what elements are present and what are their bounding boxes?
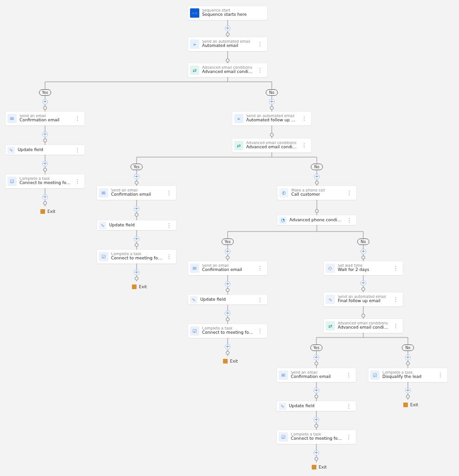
confirmation-email-node[interactable]: ✉ Send an email Confirmation email ⋮ [6,112,85,126]
update-field-node[interactable]: ∿ Update field ⋮ [97,220,176,230]
advanced-phone-condition-node[interactable]: ◔ Advanced phone condition ⋮ [277,215,356,225]
exit-icon [132,284,137,289]
update-field-node[interactable]: ∿ Update field ⋮ [277,401,356,411]
branch-yes-pill: Yes [310,344,322,351]
add-step-button[interactable]: + [314,388,319,393]
node-menu[interactable]: ⋮ [346,218,354,223]
wait-node[interactable]: ⏲ Set wait time Wait for 2 days ⋮ [324,261,403,275]
node-title: Connect to meeting for product demo r... [202,331,254,335]
advanced-email-conditions-node[interactable]: ⇄ Advanced email conditions Advanced ema… [324,319,403,333]
complete-task-node[interactable]: ☑ Complete a task Connect to meeting for… [97,250,176,264]
node-title: Advanced phone condition [289,218,343,223]
add-step-button[interactable]: + [361,249,366,254]
add-step-button[interactable]: + [134,206,139,212]
node-menu[interactable]: ⋮ [74,116,82,121]
branch-no-pill: No [357,238,369,245]
add-step-button[interactable]: + [42,194,48,200]
add-step-button[interactable]: + [134,270,139,275]
add-step-button[interactable]: + [405,388,411,393]
add-step-button[interactable]: + [42,132,48,137]
add-step-button[interactable]: + [405,355,411,360]
node-menu[interactable]: ⋮ [256,67,264,73]
node-menu[interactable]: ⋮ [301,143,308,148]
advanced-email-conditions-node[interactable]: ⇄ Advanced email conditions Advanced ema… [188,63,267,77]
phone-condition-icon: ◔ [279,217,287,224]
node-menu[interactable]: ⋮ [392,265,400,271]
sequence-start-node[interactable]: ◦◦ Sequence start Sequence starts here [188,6,267,20]
node-menu[interactable]: ⋮ [165,190,173,196]
node-subtitle: Complete a task [111,252,163,257]
node-subtitle: Advanced email conditions [202,66,254,70]
add-step-button[interactable]: + [314,174,320,179]
add-step-button[interactable]: + [42,99,48,105]
node-subtitle: Send an automated email [338,295,389,299]
add-step-button[interactable]: + [314,355,319,360]
connector-dot [43,201,47,205]
update-field-node[interactable]: ∿ Update field ⋮ [188,295,267,304]
confirmation-email-node[interactable]: ✉ Send an email Confirmation email ⋮ [277,368,356,382]
complete-task-node[interactable]: ☑ Complete a task Connect to meeting for… [6,174,85,188]
add-step-button[interactable]: + [225,26,230,31]
node-menu[interactable]: ⋮ [346,190,354,196]
automated-email-node[interactable]: ➢ Send an automated email Automated emai… [188,37,267,51]
node-menu[interactable]: ⋮ [345,372,353,378]
node-menu[interactable]: ⋮ [392,297,400,302]
add-step-button[interactable]: + [269,99,275,105]
node-menu[interactable]: ⋮ [256,297,264,303]
final-followup-email-node[interactable]: ∿ Send an automated email Final follow u… [324,292,403,306]
node-menu[interactable]: ⋮ [256,41,264,47]
confirmation-email-node[interactable]: ✉ Send an email Confirmation email ⋮ [97,186,176,200]
connector-dot [361,256,365,259]
node-menu[interactable]: ⋮ [345,403,353,409]
node-title: Confirmation email [20,118,71,123]
add-step-button[interactable]: + [225,344,230,350]
connector-dot [315,424,318,428]
node-menu[interactable]: ⋮ [437,372,445,378]
complete-task-node[interactable]: ☑ Complete a task Connect to meeting for… [188,324,267,338]
disqualify-lead-node[interactable]: ☑ Complete a task Disqualify the lead ⋮ [368,368,447,382]
add-step-button[interactable]: + [225,311,230,316]
connector-dot [226,33,230,36]
call-customer-node[interactable]: ✆ Make a phone call Call customer ⋮ [277,186,356,200]
mail-icon: ✉ [99,188,108,198]
add-step-button[interactable]: + [225,249,230,254]
node-menu[interactable]: ⋮ [256,265,264,271]
branch-no-pill: No [402,344,414,351]
confirmation-email-node[interactable]: ✉ Send an email Confirmation email ⋮ [188,261,267,275]
node-subtitle: Send an email [202,264,254,268]
update-icon: ∿ [7,146,15,154]
automated-followup-email-node[interactable]: ➢ Send an automated email Automated foll… [232,112,311,126]
connector-dot [315,181,319,185]
advanced-email-conditions-node[interactable]: ⇄ Advanced email conditions Advanced ema… [232,139,311,152]
node-menu[interactable]: ⋮ [345,434,353,440]
add-step-button[interactable]: + [42,161,48,166]
node-menu[interactable]: ⋮ [301,116,308,121]
node-subtitle: Advanced email conditions [246,141,298,145]
complete-task-node[interactable]: ☑ Complete a task Connect to meeting for… [277,430,356,444]
node-menu[interactable]: ⋮ [165,254,173,259]
node-menu[interactable]: ⋮ [74,147,82,153]
node-menu[interactable]: ⋮ [256,328,264,334]
update-field-node[interactable]: ∿ Update field ⋮ [6,145,85,155]
exit-label: Exit [319,465,327,469]
add-step-button[interactable]: + [361,280,366,286]
add-step-button[interactable]: + [314,450,319,456]
exit-label: Exit [47,209,55,214]
node-subtitle: Send an automated email [202,40,254,44]
branch-yes-pill: Yes [131,164,143,170]
exit-icon [312,465,316,469]
add-step-button[interactable]: + [134,236,139,242]
exit-label: Exit [230,359,238,364]
mail-icon: ✉ [7,114,17,123]
update-icon: ∿ [279,403,286,410]
node-subtitle: Make a phone call [291,189,343,193]
condition-icon: ⇄ [234,141,243,150]
node-menu[interactable]: ⋮ [74,178,82,184]
add-step-button[interactable]: + [314,417,319,423]
node-title: Final follow up email [338,299,389,304]
node-menu[interactable]: ⋮ [165,223,173,228]
add-step-button[interactable]: + [225,281,230,287]
node-menu[interactable]: ⋮ [392,323,400,329]
add-step-button[interactable]: + [134,174,139,179]
connector-dot [406,395,410,398]
